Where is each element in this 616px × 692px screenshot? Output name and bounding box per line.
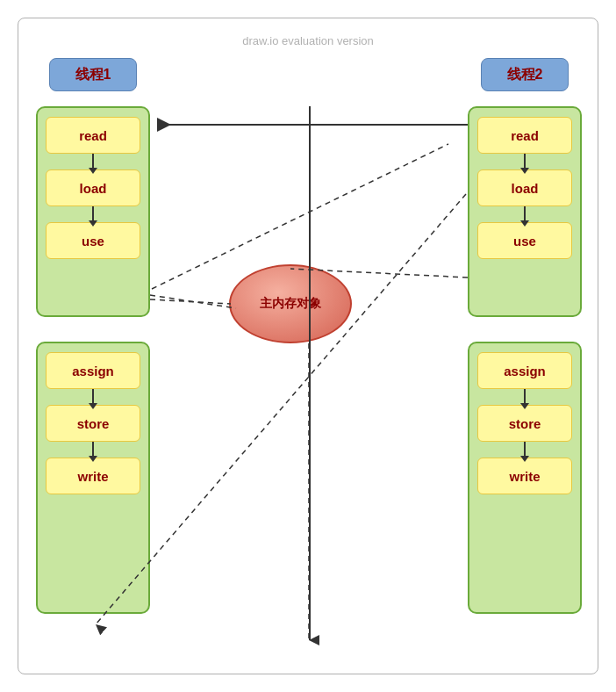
dashed-to-memory [150, 299, 231, 304]
thread2-use-box: use [477, 222, 572, 259]
main-container: draw.io evaluation version 线程1 线程2 read … [18, 18, 598, 674]
thread1-load-box: load [46, 169, 140, 206]
thread2-read-box: read [477, 117, 572, 154]
watermark-text: draw.io evaluation version [242, 34, 374, 47]
arrow-down-icon [92, 442, 94, 458]
arrow-down-icon [524, 389, 526, 405]
dashed-arrow-2 [150, 295, 236, 308]
center-line [309, 106, 311, 640]
thread2-bottom-col: assign store write [468, 342, 582, 614]
arrow-down-icon [524, 206, 526, 222]
thread1-use-box: use [46, 222, 140, 259]
thread1-bottom-col: assign store write [36, 342, 150, 614]
arrow-down-icon [92, 206, 94, 222]
thread1-read-box: read [46, 117, 140, 154]
arrow-down-icon [92, 389, 94, 405]
dashed-long-1 [96, 194, 466, 624]
thread2-header: 线程2 [481, 58, 569, 91]
thread1-top-col: read load use [36, 106, 150, 317]
thread1-assign-box: assign [46, 352, 140, 389]
thread1-store-box: store [46, 405, 140, 442]
thread2-top-col: read load use [468, 106, 582, 317]
thread1-write-box: write [46, 458, 140, 494]
thread2-write-box: write [477, 458, 572, 494]
thread1-header: 线程1 [49, 58, 137, 91]
thread2-assign-box: assign [477, 352, 572, 389]
memory-ellipse: 主内存对象 [229, 264, 352, 343]
arrow-down-icon [524, 442, 526, 458]
arrow-down-icon [524, 154, 526, 169]
thread2-store-box: store [477, 405, 572, 442]
thread2-load-box: load [477, 169, 572, 206]
arrow-down-icon [92, 154, 94, 169]
